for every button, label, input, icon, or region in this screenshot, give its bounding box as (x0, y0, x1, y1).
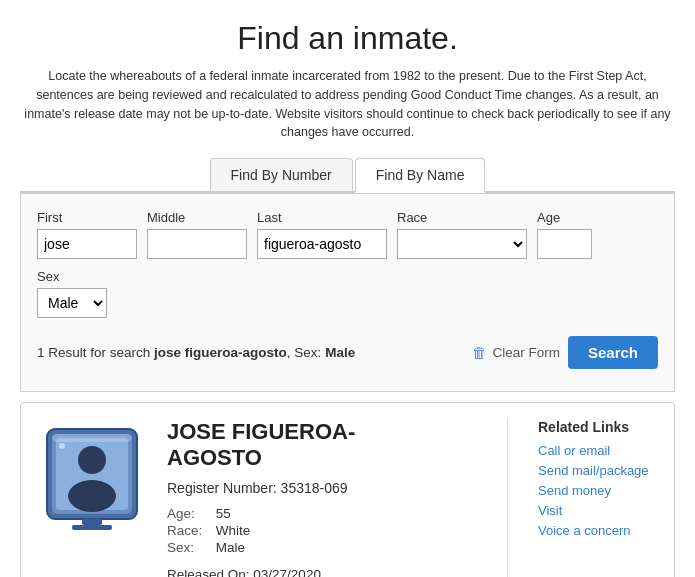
inmate-name: JOSE FIGUEROA- AGOSTO (167, 419, 497, 472)
search-button[interactable]: Search (568, 336, 658, 369)
svg-rect-5 (82, 519, 102, 525)
age-input[interactable] (537, 229, 592, 259)
clear-form-button[interactable]: 🗑 Clear Form (472, 344, 560, 361)
svg-rect-7 (52, 434, 132, 442)
related-link-send-money[interactable]: Send money (538, 483, 658, 498)
results-search-name: jose figueroa-agosto (154, 345, 287, 360)
first-field-group: First (37, 210, 137, 259)
page-title: Find an inmate. (20, 20, 675, 57)
related-link-call-email[interactable]: Call or email (538, 443, 658, 458)
middle-field-group: Middle (147, 210, 247, 259)
race-label: Race (397, 210, 527, 225)
page-wrapper: Find an inmate. Locate the whereabouts o… (0, 0, 695, 577)
svg-rect-6 (72, 525, 112, 530)
related-link-voice-concern[interactable]: Voice a concern (538, 523, 658, 538)
tab-find-by-number[interactable]: Find By Number (210, 158, 353, 191)
inmate-sex-row: Sex: Male (167, 540, 497, 555)
inmate-photo (37, 419, 147, 539)
svg-point-3 (78, 446, 106, 474)
age-label: Age (537, 210, 592, 225)
results-sex-value: Male (325, 345, 355, 360)
last-field-group: Last (257, 210, 387, 259)
last-label: Last (257, 210, 387, 225)
inmate-age-row: Age: 55 (167, 506, 497, 521)
tabs-row: Find By Number Find By Name (20, 158, 675, 193)
register-number: Register Number: 35318-069 (167, 480, 497, 496)
form-actions: 🗑 Clear Form Search (472, 336, 658, 369)
sex-label: Sex (37, 269, 107, 284)
result-card: JOSE FIGUEROA- AGOSTO Register Number: 3… (20, 402, 675, 577)
results-summary: 1 Result for search jose figueroa-agosto… (37, 345, 355, 360)
svg-point-4 (68, 480, 116, 512)
sex-select[interactable]: Male Female (37, 288, 107, 318)
middle-input[interactable] (147, 229, 247, 259)
svg-point-8 (59, 443, 65, 449)
trash-icon: 🗑 (472, 344, 487, 361)
inmate-race-row: Race: White (167, 523, 497, 538)
age-field-group: Age (537, 210, 592, 259)
first-label: First (37, 210, 137, 225)
tab-find-by-name[interactable]: Find By Name (355, 158, 486, 193)
related-link-visit[interactable]: Visit (538, 503, 658, 518)
race-select[interactable]: White Black Hispanic Asian (397, 229, 527, 259)
released-on: Released On: 03/27/2020 (167, 567, 497, 577)
page-description: Locate the whereabouts of a federal inma… (20, 67, 675, 142)
search-form: First Middle Last Race White Black Hispa… (20, 193, 675, 392)
first-input[interactable] (37, 229, 137, 259)
middle-label: Middle (147, 210, 247, 225)
form-fields-row: First Middle Last Race White Black Hispa… (37, 210, 658, 318)
related-links-panel: Related Links Call or email Send mail/pa… (528, 419, 658, 577)
last-input[interactable] (257, 229, 387, 259)
results-row: 1 Result for search jose figueroa-agosto… (37, 330, 658, 375)
sex-field-group: Sex Male Female (37, 269, 107, 318)
inmate-photo-svg (42, 424, 142, 534)
inmate-info: JOSE FIGUEROA- AGOSTO Register Number: 3… (167, 419, 508, 577)
race-field-group: Race White Black Hispanic Asian (397, 210, 527, 259)
related-links-title: Related Links (538, 419, 658, 435)
related-link-send-mail[interactable]: Send mail/package (538, 463, 658, 478)
